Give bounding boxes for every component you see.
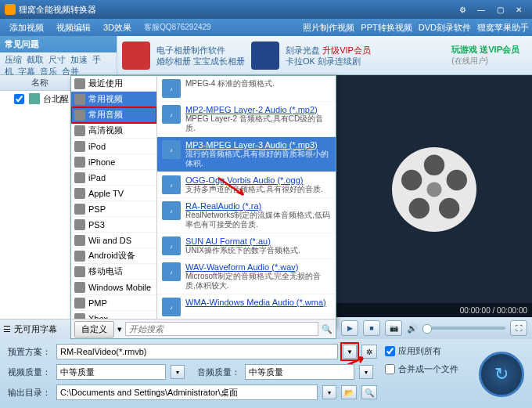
category-item[interactable]: 常用视频 (71, 92, 156, 107)
category-icon (74, 141, 85, 152)
format-search-input[interactable] (125, 322, 318, 336)
format-item[interactable]: ♪MP2-MPEG Layer-2 Audio (*.mp2)MPEG Laye… (157, 102, 336, 137)
format-item[interactable]: ♪WMA-Windows Media Audio (*.wma) (157, 294, 336, 320)
promo-icon-1 (122, 42, 150, 70)
subtitle-bar: ☰ 无可用字幕 (0, 319, 70, 339)
format-icon: ♪ (162, 298, 181, 316)
category-item[interactable]: PMP (71, 295, 156, 311)
preset-combo[interactable]: RM-RealVideo(*.rmvb) (56, 344, 338, 359)
3d-effect-menu[interactable]: 3D效果 (97, 20, 138, 36)
volume-slider[interactable] (422, 327, 505, 330)
preset-label: 预置方案： (8, 346, 52, 358)
stop-button[interactable]: ■ (363, 320, 380, 336)
category-item[interactable]: 最近使用 (71, 76, 156, 92)
format-dropdown: 最近使用常用视频常用音频高清视频iPodiPhoneiPadApple TVPS… (70, 75, 336, 327)
svg-point-3 (447, 169, 467, 190)
svg-point-1 (426, 182, 441, 197)
category-item[interactable]: 常用音频 (71, 107, 156, 123)
category-icon (74, 266, 85, 277)
faq-panel: 常见问题 压缩截取尺寸加速手机字幕音乐合并 (0, 36, 117, 74)
format-item[interactable]: ♪MP3-MPEG Layer-3 Audio (*.mp3)流行的音频格式,具… (157, 137, 336, 172)
format-icon: ♪ (162, 201, 181, 220)
subtitle-icon: ☰ (3, 324, 11, 334)
faq-link[interactable]: 尺寸 (49, 55, 66, 64)
open-folder-button[interactable]: 📂 (341, 385, 357, 399)
promo2-line2[interactable]: 卡拉OK 刻录连续剧 (286, 56, 371, 67)
video-preview (336, 75, 532, 303)
video-edit-menu[interactable]: 视频编辑 (50, 20, 97, 36)
maximize-button[interactable]: ▢ (491, 3, 509, 16)
output-dir-field[interactable]: C:\Documents and Settings\Administrator\… (56, 385, 318, 400)
category-item[interactable]: Windows Mobile (71, 280, 156, 295)
volume-icon[interactable]: 🔊 (407, 323, 418, 334)
faq-link[interactable]: 加速 (70, 55, 88, 64)
faq-title: 常见问题 (0, 36, 117, 52)
promo3-line1[interactable]: 玩游戏 送VIP会员 (451, 44, 519, 56)
convert-button[interactable]: ↻ (479, 352, 524, 397)
format-icon: ♪ (162, 79, 181, 98)
format-icon: ♪ (162, 140, 181, 159)
category-item[interactable]: iPhone (71, 154, 156, 170)
svg-point-6 (401, 169, 422, 190)
format-item[interactable]: ♪OGG-Ogg Vorbis Audio (*.ogg)支持多声道的音频格式,… (157, 172, 336, 198)
category-item[interactable]: Wii and DS (71, 233, 156, 248)
play-button[interactable]: ▶ (341, 320, 358, 336)
out-dropdown-button[interactable]: ▾ (322, 385, 336, 399)
category-item[interactable]: 高清视频 (71, 123, 156, 139)
merge-one-checkbox[interactable]: 合并成一个文件 (385, 363, 471, 375)
app-logo-icon (5, 4, 16, 15)
category-icon (74, 282, 85, 293)
promo3-line2: (在线用户) (451, 56, 519, 67)
faq-link[interactable]: 截取 (27, 55, 44, 64)
promo1-line2[interactable]: 婚纱相册 宝宝成长相册 (156, 56, 245, 67)
link-dvd[interactable]: DVD刻录软件 (419, 22, 471, 34)
bottom-settings: 预置方案： RM-RealVideo(*.rmvb) ▼ ✲ 视频质量： 中等质… (0, 339, 532, 408)
promo1-line1[interactable]: 电子相册制作软件 (156, 45, 245, 56)
preset-settings-button[interactable]: ✲ (361, 345, 377, 359)
faq-link[interactable]: 压缩 (5, 55, 22, 64)
link-ppt[interactable]: PPT转换视频 (361, 22, 412, 34)
category-icon (74, 298, 85, 309)
chevron-down-icon[interactable]: ▾ (117, 324, 122, 334)
close-button[interactable]: ✕ (510, 3, 527, 16)
category-item[interactable]: PS3 (71, 217, 156, 233)
menu-bar: 添加视频 视频编辑 3D效果 客服QQ876292429 照片制作视频 PPT转… (0, 19, 532, 36)
find-button[interactable]: 🔍 (361, 385, 377, 399)
time-display: 00:00:00 / 00:00:00 (336, 303, 532, 317)
format-item[interactable]: ♪RA-RealAudio (*.ra)RealNetworks制定的流媒体音频… (157, 198, 336, 233)
link-photo[interactable]: 照片制作视频 (303, 22, 354, 34)
category-item[interactable]: PSP (71, 201, 156, 217)
category-icon (74, 78, 85, 89)
file-checkbox[interactable] (14, 94, 24, 104)
settings-icon[interactable]: ⚙ (454, 3, 471, 16)
format-list: ♪MPEG-4 标准的音频格式.♪MP2-MPEG Layer-2 Audio … (157, 76, 336, 327)
category-icon (74, 172, 85, 183)
video-quality-combo[interactable]: 中等质量 (56, 364, 166, 380)
link-apple[interactable]: 狸窝苹果助手 (477, 22, 529, 34)
snapshot-button[interactable]: 📷 (385, 320, 402, 336)
vip-upgrade[interactable]: 升级VIP会员 (322, 45, 371, 55)
format-item[interactable]: ♪MPEG-4 标准的音频格式. (157, 76, 336, 102)
film-reel-icon (387, 143, 481, 236)
preset-dropdown-button[interactable]: ▼ (343, 345, 357, 359)
category-icon (74, 157, 85, 168)
category-item[interactable]: iPad (71, 170, 156, 186)
custom-button[interactable]: 自定义 (74, 321, 114, 338)
add-video-menu[interactable]: 添加视频 (3, 20, 50, 36)
format-item[interactable]: ♪SUN AU Format (*.au)UNIX操作系统下的数字音频格式. (157, 233, 336, 259)
apply-all-checkbox[interactable]: 应用到所有 (385, 345, 471, 357)
category-icon (74, 219, 85, 230)
category-item[interactable]: iPod (71, 139, 156, 154)
aq-dropdown-button[interactable]: ▾ (359, 365, 373, 379)
search-icon[interactable]: 🔍 (322, 324, 332, 334)
fullscreen-button[interactable]: ⛶ (510, 320, 527, 336)
format-item[interactable]: ♪WAV-Waveform Audio (*.wav)Microsoft制定的音… (157, 259, 336, 294)
audio-quality-combo[interactable]: 中等质量 (245, 364, 354, 380)
file-icon (29, 93, 40, 104)
minimize-button[interactable]: — (473, 3, 490, 16)
category-item[interactable]: Android设备 (71, 248, 156, 264)
format-icon: ♪ (162, 175, 181, 194)
category-item[interactable]: Apple TV (71, 186, 156, 201)
vq-dropdown-button[interactable]: ▾ (171, 365, 185, 379)
category-item[interactable]: 移动电话 (71, 264, 156, 280)
